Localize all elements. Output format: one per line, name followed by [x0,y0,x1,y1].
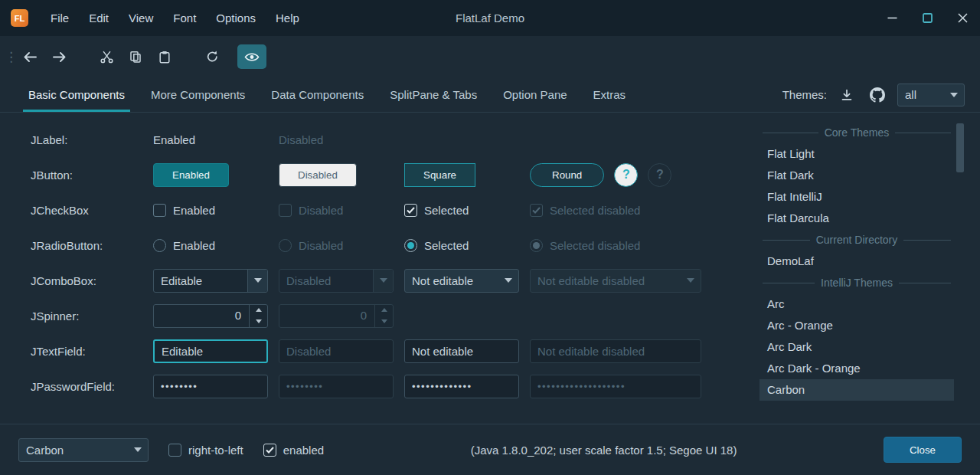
show-hidden-toggle-button[interactable] [237,44,266,69]
radio-disabled: Disabled [279,239,404,252]
jradiobutton-row-label: JRadioButton: [31,239,153,252]
spinner-up-icon[interactable] [250,305,267,316]
theme-item-arc-orange[interactable]: Arc - Orange [760,315,954,336]
checkbox-selected[interactable]: Selected [404,204,530,217]
label-disabled: Disabled [279,133,404,146]
tab-label: Extras [593,88,626,101]
minimize-button[interactable] [874,0,910,36]
theme-item-arc-dark[interactable]: Arc Dark [760,336,954,358]
passwordfield-enabled[interactable]: •••••••• [153,375,268,398]
theme-item-demolaf[interactable]: DemoLaf [760,251,954,272]
themes-scrollbar[interactable] [956,122,965,428]
combobox-not-editable-disabled: Not editable disabled [530,269,701,293]
theme-combobox[interactable]: Carbon [18,438,149,462]
checkbox-checked-icon [530,204,543,217]
radio-enabled[interactable]: Enabled [153,239,279,252]
theme-group-label: Core Themes [825,126,890,139]
chevron-down-icon [505,278,512,283]
back-button[interactable] [15,44,44,69]
chevron-down-icon [687,278,694,283]
square-button[interactable]: Square [404,163,475,187]
theme-item-flat-dark[interactable]: Flat Dark [760,165,954,186]
download-theme-button[interactable] [836,84,858,106]
combobox-not-editable[interactable]: Not editable [404,269,519,293]
tab-splitpane-tabs[interactable]: SplitPane & Tabs [377,77,490,112]
menubar: File Edit View Font Options Help [41,0,309,36]
jcheckbox-row-label: JCheckBox [31,204,153,217]
menu-font[interactable]: Font [163,0,206,36]
passwordfield-not-editable[interactable]: ••••••••••••• [404,375,519,398]
theme-item-arc[interactable]: Arc [760,293,954,315]
themes-header: Themes: all [782,77,965,112]
combo-arrow-button[interactable] [247,270,267,292]
refresh-icon [206,51,219,63]
menu-edit[interactable]: Edit [79,0,119,36]
spinner-up-icon [375,305,393,316]
menu-view[interactable]: View [119,0,163,36]
spinner-down-icon [375,316,393,327]
basic-components-panel: JLabel: Enabled Disabled JButton: Enable… [31,122,750,424]
textfield-not-editable[interactable]: Not editable [404,339,519,363]
tab-extras[interactable]: Extras [580,77,639,112]
refresh-button[interactable] [198,44,227,69]
github-button[interactable] [867,84,888,106]
maximize-button[interactable] [910,0,945,36]
disabled-button: Disabled [279,163,357,187]
spinner-value: 0 [279,305,374,327]
round-button[interactable]: Round [530,163,604,187]
menu-options[interactable]: Options [206,0,266,36]
scrollbar-thumb[interactable] [956,123,964,172]
passwordfield-disabled: •••••••• [279,375,394,398]
checkbox-disabled: Disabled [279,204,404,217]
tab-label: Basic Components [28,88,125,101]
close-window-button[interactable] [945,0,980,36]
menu-help[interactable]: Help [266,0,309,36]
spinner-down-icon[interactable] [250,316,267,327]
checkbox-label: Selected [424,204,469,217]
close-button[interactable]: Close [884,437,962,463]
chevron-down-icon [950,93,958,97]
cut-icon [100,51,113,64]
textfield-editable[interactable]: Editable [153,339,268,363]
spinner-buttons[interactable] [249,305,267,327]
combobox-value: Not editable disabled [531,274,681,287]
tab-basic-components[interactable]: Basic Components [15,77,138,112]
checkbox-icon [279,204,292,217]
tab-label: Data Components [271,88,364,101]
enabled-button[interactable]: Enabled [153,163,229,187]
theme-filter-combobox[interactable]: all [897,84,965,106]
theme-item-flat-intellij[interactable]: Flat IntelliJ [760,186,954,208]
forward-icon [52,51,67,63]
combobox-editable[interactable]: Editable [153,269,268,293]
combo-arrow [128,439,148,461]
forward-button[interactable] [44,44,74,69]
spinner-disabled: 0 [279,304,394,328]
tab-more-components[interactable]: More Components [138,77,258,112]
tab-data-components[interactable]: Data Components [258,77,377,112]
spinner-buttons [374,305,393,327]
help-button[interactable]: ? [614,163,638,187]
enabled-checkbox[interactable]: enabled [263,444,324,457]
cut-button[interactable] [92,44,121,69]
textfield-not-editable-disabled: Not editable disabled [530,339,701,363]
tab-option-pane[interactable]: Option Pane [490,77,580,112]
copy-button[interactable] [121,44,150,69]
textfield-value: Not editable [412,345,473,358]
paste-button[interactable] [150,44,179,69]
password-dots: ••••••••••••••••••• [537,381,626,392]
checkbox-enabled[interactable]: Enabled [153,204,279,217]
spinner-value[interactable]: 0 [154,305,249,327]
theme-item-carbon[interactable]: Carbon [760,379,954,401]
passwordfield-not-editable-disabled: ••••••••••••••••••• [530,375,701,398]
right-to-left-checkbox[interactable]: right-to-left [168,444,243,457]
toolbar-grip[interactable]: ⋮ [5,49,15,65]
radio-selected[interactable]: Selected [404,239,530,252]
label-enabled: Enabled [153,133,279,146]
theme-item-flat-light[interactable]: Flat Light [760,143,954,165]
menu-file[interactable]: File [41,0,79,36]
spinner-enabled[interactable]: 0 [153,304,268,328]
jpasswordfield-row-label: JPasswordField: [31,380,153,393]
checkbox-icon [168,444,181,457]
theme-item-arc-dark-orange[interactable]: Arc Dark - Orange [760,358,954,379]
theme-item-flat-darcula[interactable]: Flat Darcula [760,208,954,229]
